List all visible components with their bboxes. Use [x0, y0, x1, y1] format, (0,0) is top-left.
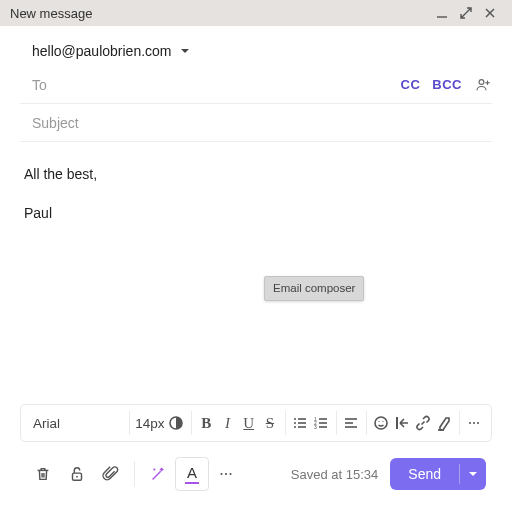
chevron-down-icon — [180, 46, 190, 56]
trash-button[interactable] — [26, 457, 60, 491]
emoji-button[interactable] — [370, 409, 391, 437]
tooltip: Email composer — [264, 276, 364, 301]
send-button[interactable]: Send — [390, 458, 486, 490]
email-body[interactable]: All the best, Paul Email composer — [20, 142, 492, 404]
numbered-list-button[interactable]: 123 — [310, 409, 331, 437]
quote-button[interactable] — [392, 409, 413, 437]
cc-button[interactable]: CC — [401, 77, 421, 92]
svg-point-29 — [477, 422, 479, 424]
send-options-caret[interactable] — [460, 469, 486, 479]
svg-point-7 — [294, 418, 296, 420]
contrast-icon[interactable] — [166, 409, 187, 437]
close-icon[interactable] — [478, 1, 502, 25]
svg-point-23 — [378, 421, 379, 422]
subject-input[interactable]: Subject — [20, 115, 79, 131]
text-color-button[interactable]: A — [175, 457, 209, 491]
to-input[interactable]: To — [20, 77, 47, 93]
italic-button[interactable]: I — [217, 409, 238, 437]
attachment-button[interactable] — [94, 457, 128, 491]
window-title: New message — [10, 6, 92, 21]
align-button[interactable] — [340, 409, 361, 437]
subject-field-row: Subject — [20, 104, 492, 142]
bold-button[interactable]: B — [196, 409, 217, 437]
svg-point-27 — [469, 422, 471, 424]
svg-point-22 — [375, 417, 387, 429]
svg-point-33 — [76, 476, 78, 478]
svg-point-36 — [229, 473, 231, 475]
magic-wand-button[interactable] — [141, 457, 175, 491]
font-select[interactable]: Arial — [27, 416, 125, 431]
svg-point-24 — [382, 421, 383, 422]
bottom-bar: A Saved at 15:34 Send — [20, 452, 492, 496]
svg-point-34 — [220, 473, 222, 475]
add-contact-icon[interactable] — [474, 76, 492, 94]
svg-point-3 — [479, 79, 484, 84]
strikethrough-button[interactable]: S — [259, 409, 280, 437]
body-line: Paul — [24, 203, 488, 224]
link-button[interactable] — [413, 409, 434, 437]
clear-format-button[interactable] — [434, 409, 455, 437]
svg-point-35 — [225, 473, 227, 475]
more-format-button[interactable] — [464, 409, 485, 437]
svg-point-9 — [294, 422, 296, 424]
from-selector[interactable]: hello@paulobrien.com — [20, 26, 492, 66]
bullet-list-button[interactable] — [289, 409, 310, 437]
underline-button[interactable]: U — [238, 409, 259, 437]
bcc-button[interactable]: BCC — [432, 77, 462, 92]
body-line: All the best, — [24, 164, 488, 185]
window-titlebar: New message — [0, 0, 512, 26]
lock-button[interactable] — [60, 457, 94, 491]
svg-point-11 — [294, 426, 296, 428]
autosave-status: Saved at 15:34 — [291, 467, 378, 482]
font-size-select[interactable]: 14px — [134, 416, 166, 431]
svg-point-28 — [473, 422, 475, 424]
minimize-icon[interactable] — [430, 1, 454, 25]
to-field-row: To CC BCC — [20, 66, 492, 104]
more-actions-button[interactable] — [209, 457, 243, 491]
svg-text:3: 3 — [314, 424, 317, 430]
from-address: hello@paulobrien.com — [20, 43, 172, 59]
expand-icon[interactable] — [454, 1, 478, 25]
format-toolbar: Arial 14px B I U S 123 — [20, 404, 492, 442]
